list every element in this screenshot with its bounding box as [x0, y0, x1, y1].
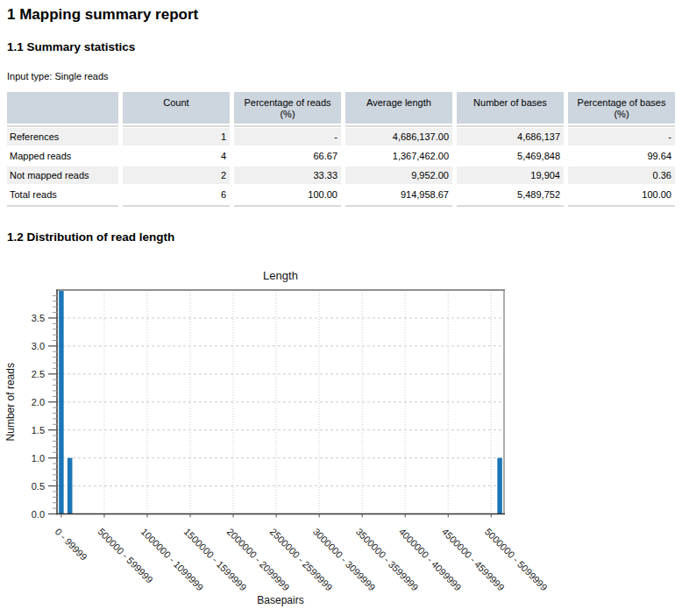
- report-title: 1 Mapping summary report: [7, 6, 682, 24]
- value-cell: -: [568, 128, 675, 145]
- row-label-cell: Mapped reads: [7, 147, 118, 165]
- y-tick-label: 2.0: [32, 397, 45, 407]
- value-cell: 0.36: [568, 166, 675, 184]
- table-divider: [7, 205, 675, 207]
- divider-segment: [234, 125, 341, 127]
- summary-table: CountPercentage of reads (%)Average leng…: [7, 92, 675, 207]
- value-cell: 66.67: [234, 147, 341, 165]
- value-cell: 4,686,137: [457, 128, 564, 145]
- value-cell: 2: [123, 166, 230, 184]
- table-header-cell: Count: [123, 92, 230, 124]
- table-divider: [7, 125, 675, 127]
- value-cell: 5,489,752: [457, 186, 564, 203]
- divider-segment: [568, 125, 675, 127]
- value-cell: 1,367,462.00: [345, 147, 452, 165]
- table-header-cell: Percentage of reads (%): [234, 92, 341, 124]
- row-label-cell: References: [7, 128, 118, 145]
- table-row: Mapped reads466.671,367,462.005,469,8489…: [7, 147, 675, 165]
- input-type-text: Input type: Single reads: [7, 71, 682, 82]
- y-tick-label: 2.5: [32, 369, 45, 379]
- divider-segment: [345, 125, 452, 127]
- divider-segment: [234, 205, 341, 207]
- value-cell: 6: [123, 186, 230, 203]
- y-tick-label: 1.5: [32, 425, 45, 435]
- divider-segment: [7, 125, 118, 127]
- table-row: References1-4,686,137.004,686,137-: [7, 128, 675, 145]
- table-header-cell: [7, 92, 118, 124]
- value-cell: 19,904: [457, 166, 564, 184]
- value-cell: 914,958.67: [345, 186, 452, 203]
- y-tick-label: 0.5: [32, 481, 45, 492]
- read-length-chart-area: 0.00.51.01.52.02.53.03.50 - 99999500000 …: [0, 258, 682, 616]
- value-cell: 1: [123, 128, 230, 145]
- report-page: 1 Mapping summary report 1.1 Summary sta…: [0, 0, 682, 616]
- divider-segment: [457, 205, 564, 207]
- section-title-summary-statistics: 1.1 Summary statistics: [7, 40, 682, 53]
- divider-segment: [7, 205, 118, 207]
- table-header-row: CountPercentage of reads (%)Average leng…: [7, 92, 675, 124]
- table-header-cell: Number of bases: [457, 92, 564, 124]
- value-cell: 4,686,137.00: [345, 128, 452, 145]
- value-cell: 100.00: [234, 186, 341, 203]
- divider-segment: [123, 205, 230, 207]
- y-tick-label: 3.0: [32, 341, 45, 351]
- x-tick-label: 0 - 99999: [53, 526, 89, 562]
- x-axis-title: Basepairs: [257, 594, 303, 606]
- value-cell: -: [234, 128, 341, 145]
- histogram-bar: [67, 458, 73, 514]
- divider-segment: [568, 205, 675, 207]
- histogram-bar: [497, 458, 502, 514]
- value-cell: 33.33: [234, 166, 341, 184]
- histogram-bar: [59, 290, 64, 514]
- value-cell: 5,469,848: [457, 147, 564, 165]
- y-tick-label: 0.0: [32, 509, 45, 520]
- table-row: Not mapped reads233.339,952.0019,9040.36: [7, 166, 675, 184]
- row-label-cell: Total reads: [7, 186, 118, 203]
- y-axis-title: Number of reads: [4, 363, 17, 441]
- y-tick-label: 1.0: [32, 453, 45, 464]
- value-cell: 4: [123, 147, 230, 165]
- table-header-cell: Percentage of bases (%): [568, 92, 675, 124]
- value-cell: 99.64: [568, 147, 675, 165]
- section-title-read-length: 1.2 Distribution of read length: [7, 230, 682, 244]
- read-length-histogram: 0.00.51.01.52.02.53.03.50 - 99999500000 …: [0, 258, 682, 616]
- table-header-cell: Average length: [345, 92, 452, 124]
- table-row: Total reads6100.00914,958.675,489,752100…: [7, 186, 675, 203]
- divider-segment: [123, 125, 230, 127]
- value-cell: 9,952.00: [345, 166, 452, 184]
- y-tick-label: 3.5: [32, 313, 45, 323]
- row-label-cell: Not mapped reads: [7, 166, 118, 184]
- divider-segment: [457, 125, 564, 127]
- value-cell: 100.00: [568, 186, 675, 203]
- divider-segment: [345, 205, 452, 207]
- chart-title: Length: [263, 269, 298, 282]
